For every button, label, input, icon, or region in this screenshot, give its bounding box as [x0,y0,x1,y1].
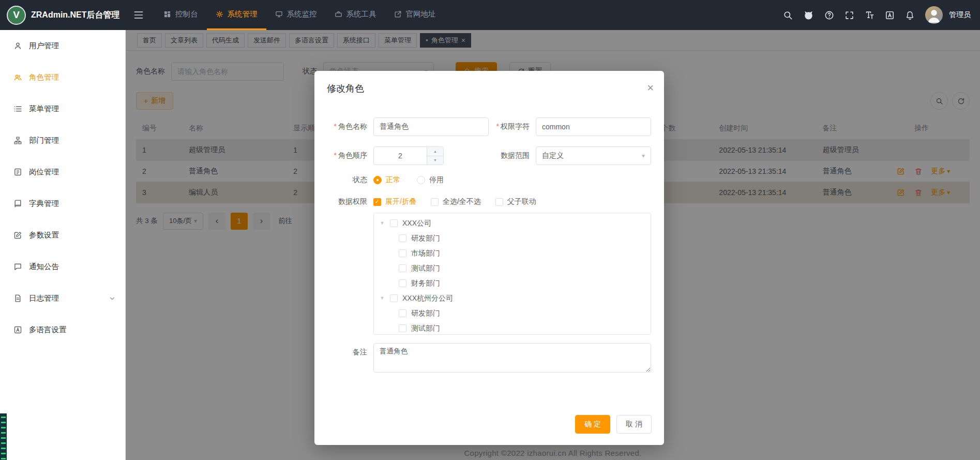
dialog-footer: 确 定 取 消 [575,415,652,434]
sidebar-item-dictionary-management[interactable]: 字典管理 [0,188,125,219]
checkbox-icon [431,198,439,206]
tree-checkbox[interactable] [399,249,406,257]
tree-checkbox[interactable] [399,309,406,317]
tree-node-dept[interactable]: 研发部门 [374,306,651,321]
top-nav: 控制台 系统管理 系统监控 系统工具 官网地址 [155,0,445,30]
book-icon [13,199,22,208]
external-link-icon [394,10,402,18]
tree-node-company[interactable]: ▼ XXX杭州分公司 [374,291,651,306]
role-name-label: *角色名称 [314,122,373,131]
tree-node-dept[interactable]: 测试部门 [374,321,651,335]
confirm-button[interactable]: 确 定 [575,415,610,434]
users-icon [13,73,22,82]
header-actions: 管理员 [783,0,980,30]
dashboard-icon [163,10,171,18]
role-order-label: *角色顺序 [314,151,373,160]
github-icon[interactable] [803,10,814,21]
sidebar-item-notice-announcement[interactable]: 通知公告 [0,251,125,283]
avatar-person-icon [925,6,943,24]
sidebar-item-role-management[interactable]: 角色管理 [0,62,125,93]
data-perm-label: 数据权限 [314,197,373,206]
tree-checkbox[interactable] [390,219,398,227]
nav-item-system-management[interactable]: 系统管理 [207,0,266,30]
caret-down-icon[interactable]: ▼ [379,221,385,226]
sidebar: 用户管理 角色管理 菜单管理 部门管理 岗位管理 字典管理 参数设置 通知公告 … [0,30,126,460]
sidebar-item-menu-management[interactable]: 菜单管理 [0,93,125,125]
perm-string-label: *权限字符 [489,122,536,131]
edit-role-dialog: 修改角色 × *角色名称 *权限字符 *角色顺序 2 ▲ ▼ 数据范围 自定义 … [314,71,664,445]
org-tree-icon [13,136,22,145]
edit-square-icon [13,231,22,240]
chevron-down-icon: ▾ [642,153,645,159]
parent-child-link-checkbox[interactable]: 父子联动 [495,197,536,206]
language-icon[interactable] [885,10,895,20]
bottom-left-widget[interactable] [0,413,7,460]
app-title: ZRAdmin.NET后台管理 [31,10,120,21]
logo-icon: V [7,6,26,25]
remark-label: 备注 [314,343,373,357]
step-down-icon[interactable]: ▼ [427,156,443,165]
document-icon [13,294,22,303]
select-all-checkbox[interactable]: 全选/全不选 [431,197,481,206]
bell-icon[interactable] [905,10,915,20]
dialog-title: 修改角色 [327,83,364,94]
caret-down-icon[interactable]: ▼ [379,296,385,301]
cancel-button[interactable]: 取 消 [616,415,652,434]
hamburger-menu-icon[interactable] [126,0,152,30]
nav-item-system-tools[interactable]: 系统工具 [326,0,385,30]
chat-bubble-icon [13,262,22,271]
role-order-stepper[interactable]: 2 ▲ ▼ [373,146,444,165]
tree-node-dept[interactable]: 测试部门 [374,261,651,276]
sidebar-item-post-management[interactable]: 岗位管理 [0,156,125,188]
sidebar-item-user-management[interactable]: 用户管理 [0,30,125,62]
tree-checkbox[interactable] [399,279,406,287]
checkbox-icon [495,198,503,206]
help-icon[interactable] [824,10,834,20]
step-up-icon[interactable]: ▲ [427,147,443,156]
font-size-icon[interactable] [865,10,875,20]
radio-icon [417,176,425,184]
nav-item-console[interactable]: 控制台 [155,0,207,30]
language-icon [13,325,22,334]
chevron-down-icon [109,295,116,302]
app-logo[interactable]: V ZRAdmin.NET后台管理 [0,0,126,30]
status-disabled-radio[interactable]: 停用 [417,175,444,185]
sidebar-item-i18n-settings[interactable]: 多语言设置 [0,314,125,346]
radio-icon [373,176,382,184]
sidebar-item-department-management[interactable]: 部门管理 [0,125,125,156]
tree-node-dept[interactable]: 研发部门 [374,231,651,246]
tree-checkbox[interactable] [399,234,406,242]
user-icon [13,41,22,50]
gear-icon [216,10,223,18]
sidebar-item-log-management[interactable]: 日志管理 [0,283,125,314]
sidebar-item-parameter-settings[interactable]: 参数设置 [0,219,125,251]
checkbox-icon: ✓ [373,198,381,206]
tree-node-dept[interactable]: 财务部门 [374,276,651,291]
perm-string-input[interactable] [536,117,651,136]
user-avatar[interactable] [925,6,943,24]
list-icon [13,105,22,113]
search-icon[interactable] [783,10,793,20]
dialog-body: *角色名称 *权限字符 *角色顺序 2 ▲ ▼ 数据范围 自定义 ▾ 状态 [314,95,664,373]
dialog-header: 修改角色 × [314,71,664,95]
data-scope-label: 数据范围 [489,151,536,160]
tree-node-dept[interactable]: 市场部门 [374,246,651,261]
monitor-icon [275,10,283,18]
remark-textarea[interactable]: 普通角色 [373,343,651,373]
tree-checkbox[interactable] [399,324,406,332]
tree-node-company[interactable]: ▼ XXX公司 [374,216,651,231]
nav-item-system-monitor[interactable]: 系统监控 [266,0,326,30]
close-icon[interactable]: × [647,82,654,94]
status-label: 状态 [314,175,373,185]
data-scope-select[interactable]: 自定义 ▾ [536,146,651,165]
expand-collapse-checkbox[interactable]: ✓ 展开/折叠 [373,197,416,206]
username: 管理员 [949,10,971,20]
tree-checkbox[interactable] [390,294,398,302]
app-header: V ZRAdmin.NET后台管理 控制台 系统管理 系统监控 系统工具 官网地… [0,0,980,30]
nav-item-official-site[interactable]: 官网地址 [385,0,445,30]
fullscreen-icon[interactable] [845,10,854,20]
role-name-input[interactable] [373,117,489,136]
badge-icon [13,168,22,176]
tree-checkbox[interactable] [399,264,406,272]
status-normal-radio[interactable]: 正常 [373,175,400,185]
